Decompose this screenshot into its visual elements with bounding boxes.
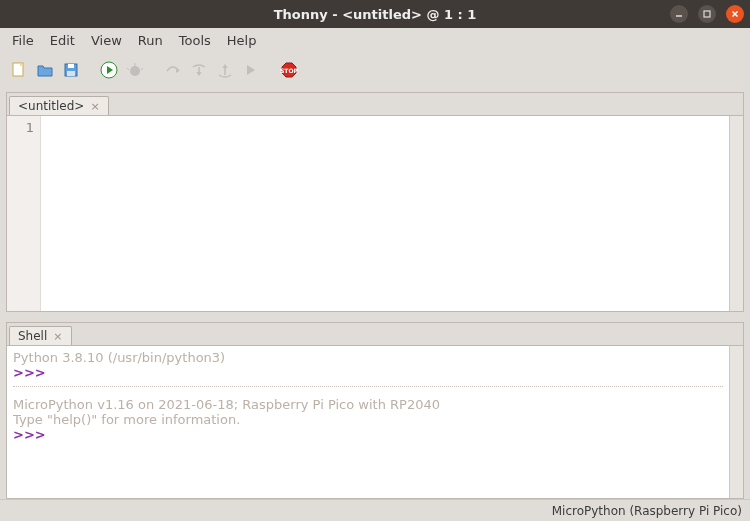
debug-button[interactable] — [124, 59, 146, 81]
svg-rect-8 — [67, 71, 75, 76]
new-file-button[interactable] — [8, 59, 30, 81]
maximize-button[interactable] — [698, 5, 716, 23]
open-file-button[interactable] — [34, 59, 56, 81]
run-button[interactable] — [98, 59, 120, 81]
line-number-1: 1 — [7, 120, 34, 135]
editor-tab-untitled[interactable]: <untitled> × — [9, 96, 109, 115]
svg-rect-1 — [704, 11, 710, 17]
close-icon[interactable]: × — [53, 330, 62, 343]
svg-text:STOP: STOP — [280, 67, 298, 74]
minimize-button[interactable] — [670, 5, 688, 23]
step-over-button[interactable] — [162, 59, 184, 81]
content-area: <untitled> × 1 Shell × Python 3.8.10 (/u… — [0, 88, 750, 499]
menu-edit[interactable]: Edit — [42, 31, 83, 50]
editor-body: 1 — [7, 115, 743, 311]
svg-point-11 — [130, 66, 140, 76]
editor-pane: <untitled> × 1 — [6, 92, 744, 312]
svg-line-14 — [141, 68, 143, 70]
shell-prompt: >>> — [13, 427, 46, 442]
menu-help[interactable]: Help — [219, 31, 265, 50]
menu-run[interactable]: Run — [130, 31, 171, 50]
shell-tab-label: Shell — [18, 329, 47, 343]
svg-marker-19 — [223, 64, 228, 68]
shell-tab[interactable]: Shell × — [9, 326, 72, 345]
menu-view[interactable]: View — [83, 31, 130, 50]
stop-button[interactable]: STOP — [278, 59, 300, 81]
statusbar: MicroPython (Raspberry Pi Pico) — [0, 499, 750, 521]
editor-tabstrip: <untitled> × — [7, 93, 743, 115]
code-editor[interactable] — [41, 116, 729, 311]
shell-tabstrip: Shell × — [7, 323, 743, 345]
shell-pane: Shell × Python 3.8.10 (/usr/bin/python3)… — [6, 322, 744, 499]
resume-button[interactable] — [240, 59, 262, 81]
svg-line-13 — [127, 68, 129, 70]
step-into-button[interactable] — [188, 59, 210, 81]
shell-output[interactable]: Python 3.8.10 (/usr/bin/python3) >>> Mic… — [7, 346, 729, 498]
menu-tools[interactable]: Tools — [171, 31, 219, 50]
line-number-gutter: 1 — [7, 116, 41, 311]
shell-prompt: >>> — [13, 365, 46, 380]
toolbar: STOP — [0, 52, 750, 88]
shell-line-help-hint: Type "help()" for more information. — [13, 412, 723, 427]
editor-tab-label: <untitled> — [18, 99, 84, 113]
window-titlebar: Thonny - <untitled> @ 1 : 1 — [0, 0, 750, 28]
shell-body-wrapper: Python 3.8.10 (/usr/bin/python3) >>> Mic… — [7, 345, 743, 498]
shell-line-python-version: Python 3.8.10 (/usr/bin/python3) — [13, 350, 723, 365]
window-controls — [670, 0, 744, 28]
menu-file[interactable]: File — [4, 31, 42, 50]
svg-marker-20 — [247, 65, 255, 75]
svg-marker-17 — [197, 72, 202, 76]
close-button[interactable] — [726, 5, 744, 23]
shell-line-micropython-banner: MicroPython v1.16 on 2021-06-18; Raspber… — [13, 397, 723, 412]
step-out-button[interactable] — [214, 59, 236, 81]
window-title: Thonny - <untitled> @ 1 : 1 — [274, 7, 477, 22]
svg-rect-7 — [68, 64, 74, 68]
close-icon[interactable]: × — [90, 100, 99, 113]
editor-scrollbar[interactable] — [729, 116, 743, 311]
menubar: File Edit View Run Tools Help — [0, 28, 750, 52]
shell-scrollbar[interactable] — [729, 346, 743, 498]
shell-separator — [13, 386, 723, 387]
interpreter-label[interactable]: MicroPython (Raspberry Pi Pico) — [552, 504, 742, 518]
save-file-button[interactable] — [60, 59, 82, 81]
